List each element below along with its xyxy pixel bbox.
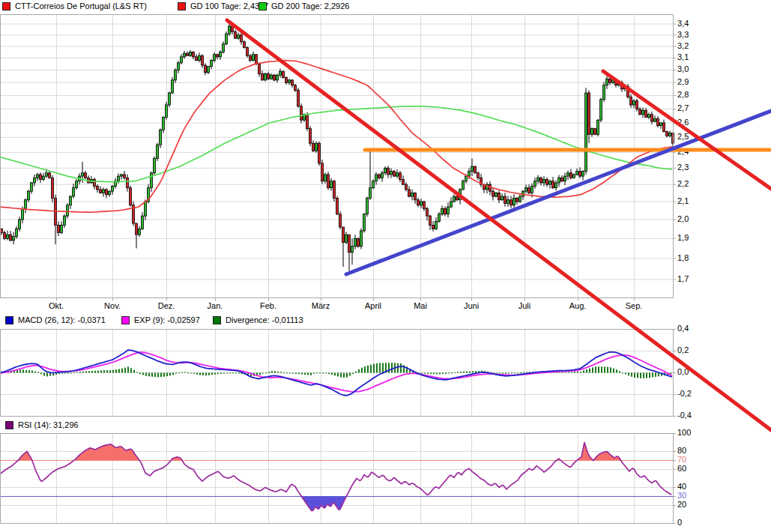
- legend-label: Divergence: -0,01113: [226, 315, 303, 325]
- exp-swatch-icon: [121, 316, 130, 324]
- svg-text:Mai: Mai: [414, 301, 427, 310]
- legend-item-gd200: GD 200 Tage: 2,2926: [258, 1, 349, 11]
- svg-text:2,8: 2,8: [677, 90, 689, 99]
- svg-text:-0,4: -0,4: [677, 411, 692, 420]
- legend-item-macd: MACD (26, 12): -0,0371: [5, 315, 106, 325]
- svg-text:2,5: 2,5: [677, 132, 689, 141]
- svg-text:1,8: 1,8: [677, 253, 689, 262]
- svg-text:3,0: 3,0: [677, 64, 689, 73]
- svg-text:Okt.: Okt.: [49, 301, 64, 310]
- svg-text:0: 0: [677, 518, 682, 527]
- svg-text:3,2: 3,2: [677, 41, 689, 50]
- svg-text:Nov.: Nov.: [104, 301, 121, 310]
- legend-label: RSI (14): 31,296: [18, 420, 79, 430]
- svg-text:2,2: 2,2: [677, 179, 689, 188]
- svg-text:2,0: 2,0: [677, 214, 689, 223]
- svg-text:Jan.: Jan.: [208, 301, 223, 310]
- legend-label: GD 100 Tage: 2,4367: [190, 1, 268, 11]
- rsi-legend: RSI (14): 31,296: [0, 420, 771, 432]
- svg-text:40: 40: [677, 482, 686, 491]
- legend-item-series: CTT-Correios De Portugal (L&S RT): [2, 1, 147, 11]
- svg-text:1,7: 1,7: [677, 274, 689, 283]
- gd200-swatch-icon: [258, 2, 267, 10]
- svg-text:Aug.: Aug.: [569, 301, 587, 310]
- svg-text:März: März: [312, 301, 330, 310]
- svg-text:2,7: 2,7: [677, 103, 689, 112]
- stock-chart-page: 3,43,33,23,13,02,92,82,72,62,52,42,32,22…: [0, 0, 771, 532]
- svg-text:1,9: 1,9: [677, 233, 689, 242]
- divergence-swatch-icon: [213, 316, 221, 324]
- legend-label: MACD (26, 12): -0,0371: [18, 315, 106, 325]
- svg-text:Sep.: Sep.: [626, 301, 643, 310]
- legend-item-gd100: GD 100 Tage: 2,4367: [178, 1, 268, 11]
- chart-canvas: 3,43,33,23,13,02,92,82,72,62,52,42,32,22…: [0, 0, 771, 532]
- svg-text:20: 20: [677, 500, 686, 509]
- svg-text:Dez.: Dez.: [158, 301, 175, 310]
- main-chart-legend: CTT-Correios De Portugal (L&S RT) GD 100…: [0, 1, 771, 13]
- svg-text:80: 80: [677, 446, 686, 455]
- svg-text:3,1: 3,1: [677, 52, 689, 61]
- legend-label: CTT-Correios De Portugal (L&S RT): [15, 1, 147, 11]
- legend-item-rsi: RSI (14): 31,296: [5, 420, 79, 430]
- svg-text:Juli: Juli: [518, 301, 531, 310]
- legend-label: GD 200 Tage: 2,2926: [271, 1, 349, 11]
- legend-label: EXP (9): -0,02597: [134, 315, 200, 325]
- legend-item-divergence: Divergence: -0,01113: [213, 315, 303, 325]
- macd-swatch-icon: [5, 316, 13, 324]
- svg-text:3,3: 3,3: [677, 30, 689, 39]
- svg-text:-0,2: -0,2: [677, 389, 692, 398]
- svg-text:70: 70: [677, 455, 686, 464]
- gd100-swatch-icon: [178, 2, 186, 10]
- svg-text:3,4: 3,4: [677, 19, 689, 28]
- rsi-swatch-icon: [5, 421, 13, 429]
- macd-legend: MACD (26, 12): -0,0371 EXP (9): -0,02597…: [0, 315, 771, 327]
- svg-text:Feb.: Feb.: [260, 301, 276, 310]
- svg-text:60: 60: [677, 464, 686, 473]
- svg-text:2,1: 2,1: [677, 196, 689, 205]
- svg-text:2,9: 2,9: [677, 77, 689, 86]
- svg-text:0,2: 0,2: [677, 345, 689, 354]
- svg-text:Juni: Juni: [464, 301, 479, 310]
- legend-item-exp: EXP (9): -0,02597: [121, 315, 200, 325]
- series-swatch-icon: [2, 2, 10, 10]
- svg-text:30: 30: [677, 491, 686, 500]
- svg-text:2,3: 2,3: [677, 163, 689, 172]
- svg-text:April: April: [365, 301, 381, 310]
